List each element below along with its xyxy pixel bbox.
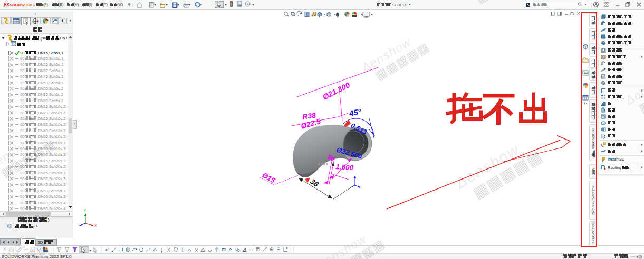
svg-text:Y: Y (84, 208, 86, 212)
svg-text:45°: 45° (348, 107, 362, 118)
svg-text:Ø15: Ø15 (261, 171, 276, 185)
svg-text:1.600: 1.600 (335, 163, 354, 172)
svg-text:X: X (94, 224, 97, 227)
svg-text:38: 38 (309, 177, 320, 188)
svg-text:Ø21.300: Ø21.300 (321, 81, 351, 102)
